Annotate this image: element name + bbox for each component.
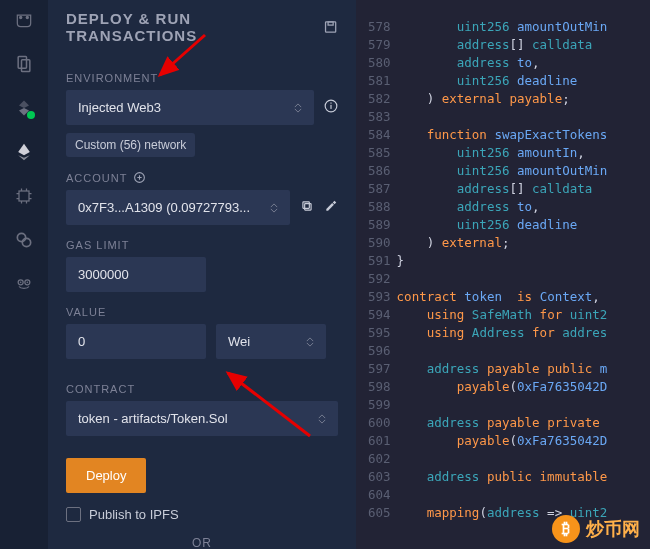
- code-body[interactable]: uint256 amountOutMin address[] calldata …: [397, 0, 608, 549]
- chevron-updown-icon: [318, 414, 326, 424]
- svg-point-9: [20, 282, 22, 284]
- chevron-updown-icon: [294, 103, 302, 113]
- info-icon[interactable]: [324, 99, 338, 116]
- chevron-updown-icon: [270, 203, 278, 213]
- svg-point-1: [26, 16, 29, 19]
- robot-icon[interactable]: [12, 8, 36, 32]
- link-icon[interactable]: [12, 228, 36, 252]
- deploy-button[interactable]: Deploy: [66, 458, 146, 493]
- network-badge: Custom (56) network: [66, 133, 195, 157]
- copy-icon[interactable]: [300, 199, 314, 216]
- gas-limit-input[interactable]: [66, 257, 206, 292]
- svg-point-0: [19, 16, 22, 19]
- svg-rect-11: [325, 22, 335, 32]
- solidity-icon[interactable]: [12, 96, 36, 120]
- files-icon[interactable]: [12, 52, 36, 76]
- svg-rect-15: [330, 103, 331, 104]
- svg-point-10: [27, 282, 29, 284]
- environment-value: Injected Web3: [78, 100, 161, 115]
- svg-rect-3: [22, 60, 30, 72]
- svg-rect-17: [305, 204, 311, 210]
- contract-select[interactable]: token - artifacts/Token.Sol: [66, 401, 338, 436]
- plus-circle-icon[interactable]: [133, 171, 146, 184]
- chip-icon[interactable]: [12, 184, 36, 208]
- svg-point-6: [22, 238, 30, 246]
- publish-ipfs-checkbox[interactable]: [66, 507, 81, 522]
- svg-rect-12: [328, 22, 333, 25]
- code-editor[interactable]: 5785795805815825835845855865875885895905…: [356, 0, 650, 549]
- deploy-panel: DEPLOY & RUN TRANSACTIONS ENVIRONMENT In…: [48, 0, 356, 549]
- svg-rect-4: [19, 191, 29, 201]
- gas-limit-label: GAS LIMIT: [66, 239, 338, 251]
- publish-ipfs-label: Publish to IPFS: [89, 507, 179, 522]
- icon-rail: [0, 0, 48, 549]
- save-icon[interactable]: [323, 19, 338, 35]
- status-dot-icon: [27, 111, 35, 119]
- contract-value: token - artifacts/Token.Sol: [78, 411, 228, 426]
- panel-title: DEPLOY & RUN TRANSACTIONS: [66, 10, 338, 44]
- svg-rect-14: [330, 105, 331, 109]
- environment-select[interactable]: Injected Web3: [66, 90, 314, 125]
- watermark: ₿ 炒币网: [552, 515, 640, 543]
- environment-label: ENVIRONMENT: [66, 72, 338, 84]
- contract-label: CONTRACT: [66, 383, 338, 395]
- account-label: ACCOUNT: [66, 171, 338, 184]
- svg-rect-2: [18, 57, 26, 69]
- svg-rect-18: [303, 202, 309, 208]
- account-value: 0x7F3...A1309 (0.09727793...: [78, 200, 250, 215]
- chevron-updown-icon: [306, 337, 314, 347]
- line-gutter: 5785795805815825835845855865875885895905…: [356, 0, 397, 549]
- owl-icon[interactable]: [12, 272, 36, 296]
- bitcoin-icon: ₿: [552, 515, 580, 543]
- panel-title-text: DEPLOY & RUN TRANSACTIONS: [66, 10, 315, 44]
- or-separator: OR: [66, 536, 338, 549]
- deploy-icon[interactable]: [12, 140, 36, 164]
- value-input[interactable]: [66, 324, 206, 359]
- value-label: VALUE: [66, 306, 338, 318]
- watermark-text: 炒币网: [586, 517, 640, 541]
- value-unit: Wei: [228, 334, 250, 349]
- account-select[interactable]: 0x7F3...A1309 (0.09727793...: [66, 190, 290, 225]
- value-unit-select[interactable]: Wei: [216, 324, 326, 359]
- edit-icon[interactable]: [324, 199, 338, 216]
- svg-point-5: [17, 233, 25, 241]
